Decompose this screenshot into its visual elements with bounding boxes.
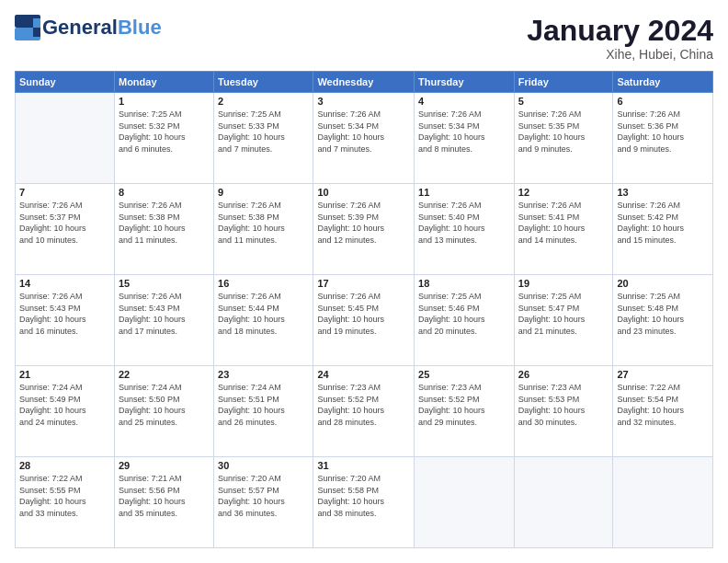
day-info: Sunrise: 7:26 AM Sunset: 5:45 PM Dayligh… — [317, 291, 410, 337]
calendar-day-cell: 10Sunrise: 7:26 AM Sunset: 5:39 PM Dayli… — [313, 184, 415, 275]
day-number: 17 — [317, 278, 410, 289]
calendar-day-cell — [514, 457, 613, 548]
day-number: 1 — [119, 96, 210, 107]
page: GeneralBlue January 2024 Xihe, Hubei, Ch… — [0, 0, 728, 563]
day-info: Sunrise: 7:26 AM Sunset: 5:39 PM Dayligh… — [317, 200, 410, 246]
day-info: Sunrise: 7:26 AM Sunset: 5:34 PM Dayligh… — [418, 109, 510, 155]
logo-line1: General — [42, 16, 118, 39]
header: GeneralBlue January 2024 Xihe, Hubei, Ch… — [15, 15, 713, 62]
calendar-day-cell: 15Sunrise: 7:26 AM Sunset: 5:43 PM Dayli… — [114, 275, 213, 366]
calendar-day-cell: 1Sunrise: 7:25 AM Sunset: 5:32 PM Daylig… — [114, 93, 213, 184]
calendar-day-cell: 17Sunrise: 7:26 AM Sunset: 5:45 PM Dayli… — [313, 275, 415, 366]
calendar-day-cell: 6Sunrise: 7:26 AM Sunset: 5:36 PM Daylig… — [613, 93, 713, 184]
calendar-week-row: 14Sunrise: 7:26 AM Sunset: 5:43 PM Dayli… — [16, 275, 713, 366]
calendar-day-cell: 12Sunrise: 7:26 AM Sunset: 5:41 PM Dayli… — [514, 184, 613, 275]
day-info: Sunrise: 7:21 AM Sunset: 5:56 PM Dayligh… — [119, 473, 210, 519]
calendar-day-cell: 24Sunrise: 7:23 AM Sunset: 5:52 PM Dayli… — [313, 366, 415, 457]
day-info: Sunrise: 7:24 AM Sunset: 5:49 PM Dayligh… — [19, 382, 110, 428]
calendar-week-row: 1Sunrise: 7:25 AM Sunset: 5:32 PM Daylig… — [16, 93, 713, 184]
day-info: Sunrise: 7:24 AM Sunset: 5:51 PM Dayligh… — [218, 382, 309, 428]
day-info: Sunrise: 7:20 AM Sunset: 5:58 PM Dayligh… — [317, 473, 410, 519]
day-info: Sunrise: 7:26 AM Sunset: 5:43 PM Dayligh… — [119, 291, 210, 337]
weekday-header-friday: Friday — [514, 72, 613, 93]
calendar-day-cell: 2Sunrise: 7:25 AM Sunset: 5:33 PM Daylig… — [214, 93, 313, 184]
day-info: Sunrise: 7:22 AM Sunset: 5:54 PM Dayligh… — [617, 382, 709, 428]
day-info: Sunrise: 7:26 AM Sunset: 5:40 PM Dayligh… — [418, 200, 510, 246]
calendar-day-cell: 29Sunrise: 7:21 AM Sunset: 5:56 PM Dayli… — [114, 457, 213, 548]
day-number: 14 — [19, 278, 110, 289]
calendar-day-cell: 21Sunrise: 7:24 AM Sunset: 5:49 PM Dayli… — [16, 366, 115, 457]
calendar-day-cell: 28Sunrise: 7:22 AM Sunset: 5:55 PM Dayli… — [16, 457, 115, 548]
calendar-day-cell: 13Sunrise: 7:26 AM Sunset: 5:42 PM Dayli… — [613, 184, 713, 275]
calendar-day-cell: 9Sunrise: 7:26 AM Sunset: 5:38 PM Daylig… — [214, 184, 313, 275]
day-number: 4 — [418, 96, 510, 107]
calendar-day-cell — [415, 457, 515, 548]
day-info: Sunrise: 7:25 AM Sunset: 5:32 PM Dayligh… — [119, 109, 210, 155]
day-number: 8 — [119, 187, 210, 198]
calendar-day-cell: 7Sunrise: 7:26 AM Sunset: 5:37 PM Daylig… — [16, 184, 115, 275]
logo-line2: Blue — [118, 16, 162, 39]
calendar-day-cell: 23Sunrise: 7:24 AM Sunset: 5:51 PM Dayli… — [214, 366, 313, 457]
calendar-day-cell — [16, 93, 115, 184]
day-info: Sunrise: 7:25 AM Sunset: 5:33 PM Dayligh… — [218, 109, 309, 155]
day-info: Sunrise: 7:23 AM Sunset: 5:53 PM Dayligh… — [518, 382, 609, 428]
day-info: Sunrise: 7:20 AM Sunset: 5:57 PM Dayligh… — [218, 473, 309, 519]
calendar-day-cell: 26Sunrise: 7:23 AM Sunset: 5:53 PM Dayli… — [514, 366, 613, 457]
calendar-week-row: 7Sunrise: 7:26 AM Sunset: 5:37 PM Daylig… — [16, 184, 713, 275]
weekday-header-row: SundayMondayTuesdayWednesdayThursdayFrid… — [16, 72, 713, 93]
day-info: Sunrise: 7:26 AM Sunset: 5:38 PM Dayligh… — [119, 200, 210, 246]
weekday-header-sunday: Sunday — [16, 72, 115, 93]
calendar-day-cell: 20Sunrise: 7:25 AM Sunset: 5:48 PM Dayli… — [613, 275, 713, 366]
weekday-header-tuesday: Tuesday — [214, 72, 313, 93]
calendar-day-cell: 31Sunrise: 7:20 AM Sunset: 5:58 PM Dayli… — [313, 457, 415, 548]
calendar-day-cell: 16Sunrise: 7:26 AM Sunset: 5:44 PM Dayli… — [214, 275, 313, 366]
day-info: Sunrise: 7:23 AM Sunset: 5:52 PM Dayligh… — [418, 382, 510, 428]
day-number: 20 — [617, 278, 709, 289]
calendar-day-cell: 14Sunrise: 7:26 AM Sunset: 5:43 PM Dayli… — [16, 275, 115, 366]
logo-icon — [15, 15, 40, 40]
weekday-header-saturday: Saturday — [613, 72, 713, 93]
calendar-day-cell: 4Sunrise: 7:26 AM Sunset: 5:34 PM Daylig… — [415, 93, 515, 184]
day-number: 11 — [418, 187, 510, 198]
day-number: 25 — [418, 369, 510, 380]
calendar-day-cell: 27Sunrise: 7:22 AM Sunset: 5:54 PM Dayli… — [613, 366, 713, 457]
calendar-day-cell: 22Sunrise: 7:24 AM Sunset: 5:50 PM Dayli… — [114, 366, 213, 457]
day-info: Sunrise: 7:26 AM Sunset: 5:36 PM Dayligh… — [617, 109, 709, 155]
calendar-week-row: 28Sunrise: 7:22 AM Sunset: 5:55 PM Dayli… — [16, 457, 713, 548]
day-number: 7 — [19, 187, 110, 198]
calendar-day-cell: 3Sunrise: 7:26 AM Sunset: 5:34 PM Daylig… — [313, 93, 415, 184]
day-number: 28 — [19, 460, 110, 471]
day-info: Sunrise: 7:23 AM Sunset: 5:52 PM Dayligh… — [317, 382, 410, 428]
calendar-table: SundayMondayTuesdayWednesdayThursdayFrid… — [15, 71, 713, 548]
day-number: 23 — [218, 369, 309, 380]
weekday-header-monday: Monday — [114, 72, 213, 93]
day-number: 6 — [617, 96, 709, 107]
day-number: 15 — [119, 278, 210, 289]
day-number: 24 — [317, 369, 410, 380]
day-number: 30 — [218, 460, 309, 471]
day-number: 16 — [218, 278, 309, 289]
calendar-day-cell: 19Sunrise: 7:25 AM Sunset: 5:47 PM Dayli… — [514, 275, 613, 366]
day-number: 21 — [19, 369, 110, 380]
logo: GeneralBlue — [15, 15, 162, 40]
day-info: Sunrise: 7:26 AM Sunset: 5:42 PM Dayligh… — [617, 200, 709, 246]
day-info: Sunrise: 7:25 AM Sunset: 5:46 PM Dayligh… — [418, 291, 510, 337]
day-number: 26 — [518, 369, 609, 380]
day-number: 31 — [317, 460, 410, 471]
calendar-day-cell: 11Sunrise: 7:26 AM Sunset: 5:40 PM Dayli… — [415, 184, 515, 275]
day-info: Sunrise: 7:25 AM Sunset: 5:47 PM Dayligh… — [518, 291, 609, 337]
day-number: 10 — [317, 187, 410, 198]
day-info: Sunrise: 7:26 AM Sunset: 5:35 PM Dayligh… — [518, 109, 609, 155]
calendar-day-cell — [613, 457, 713, 548]
day-info: Sunrise: 7:22 AM Sunset: 5:55 PM Dayligh… — [19, 473, 110, 519]
day-number: 22 — [119, 369, 210, 380]
day-info: Sunrise: 7:25 AM Sunset: 5:48 PM Dayligh… — [617, 291, 709, 337]
title-block: January 2024 Xihe, Hubei, China — [527, 15, 713, 62]
day-info: Sunrise: 7:26 AM Sunset: 5:41 PM Dayligh… — [518, 200, 609, 246]
day-info: Sunrise: 7:26 AM Sunset: 5:37 PM Dayligh… — [19, 200, 110, 246]
calendar-day-cell: 25Sunrise: 7:23 AM Sunset: 5:52 PM Dayli… — [415, 366, 515, 457]
day-info: Sunrise: 7:26 AM Sunset: 5:38 PM Dayligh… — [218, 200, 309, 246]
day-number: 13 — [617, 187, 709, 198]
svg-marker-2 — [33, 18, 40, 28]
day-info: Sunrise: 7:26 AM Sunset: 5:44 PM Dayligh… — [218, 291, 309, 337]
